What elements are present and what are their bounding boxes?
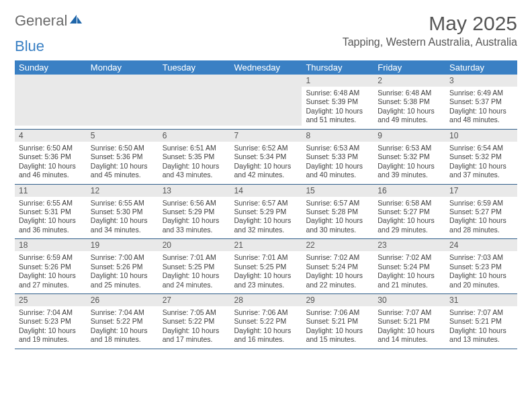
calendar-day-cell: 26Sunrise: 7:04 AMSunset: 5:22 PMDayligh… [87,294,159,349]
day-body: Sunrise: 6:53 AMSunset: 5:33 PMDaylight:… [302,142,373,184]
calendar-week-row: 11Sunrise: 6:55 AMSunset: 5:31 PMDayligh… [15,184,517,239]
day-number: 30 [373,294,445,306]
calendar-day-cell [15,75,87,129]
calendar-day-cell [159,75,230,129]
day-number: 1 [302,75,373,87]
calendar-week-row: 4Sunrise: 6:50 AMSunset: 5:36 PMDaylight… [15,129,517,184]
day-body: Sunrise: 6:53 AMSunset: 5:32 PMDaylight:… [373,142,445,184]
day-number: 13 [159,185,230,197]
daylight-text: Daylight: 10 hours and 13 minutes. [449,326,513,345]
day-number: 8 [302,130,373,142]
sunrise-text: Sunrise: 7:02 AM [306,253,369,262]
daylight-text: Daylight: 10 hours and 18 minutes. [91,326,154,345]
weekday-header: Saturday [445,60,517,75]
weekday-header: Sunday [15,60,87,75]
daylight-text: Daylight: 10 hours and 36 minutes. [19,216,83,234]
calendar-day-cell: 7Sunrise: 6:52 AMSunset: 5:34 PMDaylight… [230,129,302,184]
day-number: 25 [15,294,87,306]
svg-marker-0 [70,15,77,24]
logo-text-blue: Blue [15,38,44,55]
logo-text-general: General [15,12,67,30]
daylight-text: Daylight: 10 hours and 45 minutes. [91,162,154,180]
day-body: Sunrise: 6:55 AMSunset: 5:31 PMDaylight:… [15,197,87,239]
day-body: Sunrise: 7:06 AMSunset: 5:22 PMDaylight:… [230,306,302,349]
calendar-day-cell [230,75,302,129]
sunrise-text: Sunrise: 6:56 AM [163,199,226,208]
day-number: 21 [230,239,302,251]
daylight-text: Daylight: 10 hours and 19 minutes. [19,326,83,345]
sunrise-text: Sunrise: 7:00 AM [91,253,154,262]
day-body: Sunrise: 7:04 AMSunset: 5:22 PMDaylight:… [87,306,159,349]
day-number: 14 [230,185,302,197]
day-number: 20 [159,239,230,251]
day-body: Sunrise: 6:56 AMSunset: 5:29 PMDaylight:… [159,197,230,239]
day-body: Sunrise: 6:48 AMSunset: 5:39 PMDaylight:… [302,87,373,129]
sunset-text: Sunset: 5:23 PM [19,317,83,326]
sunrise-text: Sunrise: 6:57 AM [306,199,369,208]
weekday-header: Tuesday [159,60,230,75]
sunset-text: Sunset: 5:21 PM [306,317,369,326]
sunrise-text: Sunrise: 7:06 AM [234,308,298,317]
day-body: Sunrise: 7:07 AMSunset: 5:21 PMDaylight:… [445,306,517,349]
sunset-text: Sunset: 5:29 PM [234,208,298,216]
daylight-text: Daylight: 10 hours and 34 minutes. [91,216,154,234]
sunset-text: Sunset: 5:35 PM [163,152,226,161]
sunrise-text: Sunrise: 7:07 AM [449,308,513,317]
daylight-text: Daylight: 10 hours and 16 minutes. [234,326,298,345]
day-body: Sunrise: 7:00 AMSunset: 5:26 PMDaylight:… [87,251,159,293]
day-number: 10 [445,130,517,142]
day-number: 3 [445,75,517,87]
calendar-day-cell: 19Sunrise: 7:00 AMSunset: 5:26 PMDayligh… [87,239,159,294]
day-number: 6 [159,130,230,142]
sunset-text: Sunset: 5:25 PM [234,263,298,271]
day-body: Sunrise: 7:05 AMSunset: 5:22 PMDaylight:… [159,306,230,349]
day-number: 17 [445,185,517,197]
day-body [87,87,159,126]
sunrise-text: Sunrise: 6:53 AM [306,144,369,152]
day-body: Sunrise: 6:51 AMSunset: 5:35 PMDaylight:… [159,142,230,184]
sunset-text: Sunset: 5:22 PM [163,317,226,326]
day-body: Sunrise: 6:57 AMSunset: 5:29 PMDaylight:… [230,197,302,239]
calendar-day-cell: 29Sunrise: 7:06 AMSunset: 5:21 PMDayligh… [302,294,373,349]
sunset-text: Sunset: 5:26 PM [19,263,83,271]
weekday-header: Friday [373,60,445,75]
logo-sail-icon [67,12,85,30]
calendar-day-cell: 16Sunrise: 6:58 AMSunset: 5:27 PMDayligh… [373,184,445,239]
calendar-day-cell: 31Sunrise: 7:07 AMSunset: 5:21 PMDayligh… [445,294,517,349]
calendar-week-row: 18Sunrise: 6:59 AMSunset: 5:26 PMDayligh… [15,239,517,294]
sunset-text: Sunset: 5:38 PM [378,97,441,106]
day-body: Sunrise: 6:50 AMSunset: 5:36 PMDaylight:… [87,142,159,184]
day-number: 16 [373,185,445,197]
calendar-day-cell: 2Sunrise: 6:48 AMSunset: 5:38 PMDaylight… [373,75,445,129]
sunset-text: Sunset: 5:28 PM [306,208,369,216]
calendar-day-cell: 4Sunrise: 6:50 AMSunset: 5:36 PMDaylight… [15,129,87,184]
svg-marker-1 [77,17,82,24]
calendar-day-cell: 27Sunrise: 7:05 AMSunset: 5:22 PMDayligh… [159,294,230,349]
day-number: 9 [373,130,445,142]
daylight-text: Daylight: 10 hours and 32 minutes. [234,216,298,234]
daylight-text: Daylight: 10 hours and 43 minutes. [163,162,226,180]
day-number [87,75,159,87]
daylight-text: Daylight: 10 hours and 14 minutes. [378,326,441,345]
calendar-day-cell: 23Sunrise: 7:02 AMSunset: 5:24 PMDayligh… [373,239,445,294]
sunset-text: Sunset: 5:39 PM [306,97,369,106]
day-body: Sunrise: 6:59 AMSunset: 5:26 PMDaylight:… [15,251,87,293]
calendar-day-cell: 25Sunrise: 7:04 AMSunset: 5:23 PMDayligh… [15,294,87,349]
day-body: Sunrise: 7:01 AMSunset: 5:25 PMDaylight:… [159,251,230,293]
day-number: 28 [230,294,302,306]
calendar-day-cell: 21Sunrise: 7:01 AMSunset: 5:25 PMDayligh… [230,239,302,294]
daylight-text: Daylight: 10 hours and 28 minutes. [449,216,513,234]
day-body: Sunrise: 7:06 AMSunset: 5:21 PMDaylight:… [302,306,373,349]
calendar-day-cell: 6Sunrise: 6:51 AMSunset: 5:35 PMDaylight… [159,129,230,184]
calendar-week-row: 25Sunrise: 7:04 AMSunset: 5:23 PMDayligh… [15,294,517,349]
day-body: Sunrise: 6:54 AMSunset: 5:32 PMDaylight:… [445,142,517,184]
daylight-text: Daylight: 10 hours and 25 minutes. [91,271,154,289]
day-body: Sunrise: 7:03 AMSunset: 5:23 PMDaylight:… [445,251,517,293]
sunrise-text: Sunrise: 6:55 AM [19,199,83,208]
sunset-text: Sunset: 5:32 PM [378,152,441,161]
day-number: 23 [373,239,445,251]
sunrise-text: Sunrise: 6:50 AM [19,144,83,152]
sunset-text: Sunset: 5:21 PM [449,317,513,326]
daylight-text: Daylight: 10 hours and 22 minutes. [306,271,369,289]
day-body: Sunrise: 6:59 AMSunset: 5:27 PMDaylight:… [445,197,517,239]
